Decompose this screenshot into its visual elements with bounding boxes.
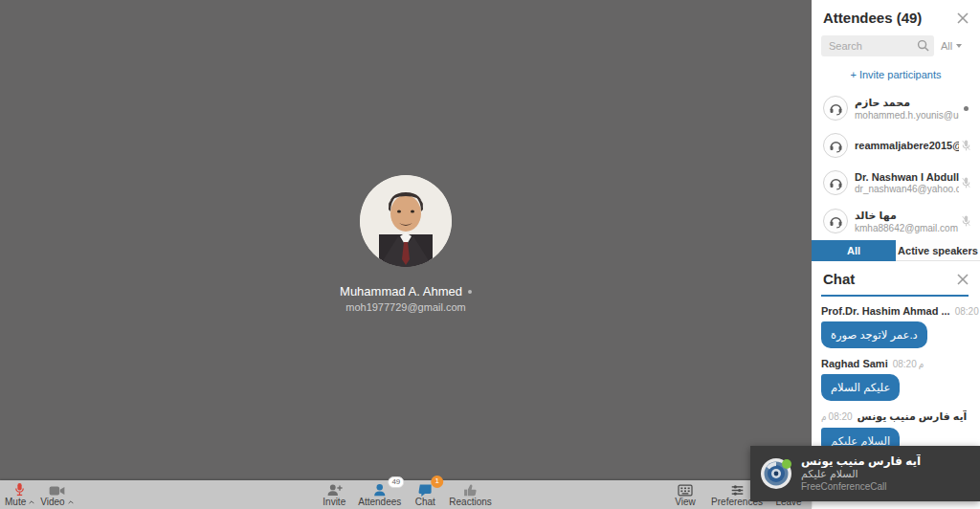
mic-muted-icon [961, 215, 971, 228]
toast-sender: آيه فارس منيب يونس [801, 454, 921, 468]
attendees-tabs: All Active speakers [812, 240, 980, 261]
participant-avatar [360, 175, 452, 267]
participant-email: moh1977729@gmail.com [345, 301, 466, 313]
view-button[interactable]: View [668, 482, 702, 509]
freeconferencecall-logo-icon [760, 457, 792, 490]
headset-avatar-icon [823, 209, 848, 233]
reactions-label: Reactions [449, 498, 491, 507]
grid-view-icon [678, 484, 693, 497]
tab-all[interactable]: All [812, 240, 896, 261]
chevron-up-icon[interactable] [29, 499, 34, 505]
message-time: 08:20م [955, 306, 980, 317]
participant-photo-illustration [360, 175, 452, 267]
toast-text: آيه فارس منيب يونس السلام عليكم FreeConf… [801, 454, 921, 493]
preferences-icon [730, 484, 745, 497]
toast-message: السلام عليكم [801, 468, 921, 480]
attendee-email: dr_nashwan46@yahoo.com [855, 184, 959, 194]
video-button[interactable]: Video [37, 480, 76, 509]
person-icon [372, 483, 387, 497]
chat-unread-badge: 1 [431, 476, 443, 488]
thumbs-up-icon [463, 483, 478, 497]
headset-avatar-icon [823, 96, 848, 121]
toast-app-name: FreeConferenceCall [801, 480, 921, 493]
close-attendees-icon[interactable] [957, 12, 969, 24]
notification-toast[interactable]: آيه فارس منيب يونس السلام عليكم FreeConf… [750, 446, 980, 501]
attendees-count-badge: 49 [388, 476, 404, 488]
presence-dot [468, 290, 472, 294]
attendee-row[interactable]: Dr. Nashwan I Abdulla... dr_nashwan46@ya… [812, 164, 980, 202]
participant-name: Muhammad A. Ahmed [340, 284, 462, 299]
invite-button[interactable]: Invite [317, 481, 351, 509]
message-bubble: د.عمر لاتوجد صورة [821, 321, 927, 348]
person-plus-icon [326, 483, 343, 497]
search-icon [917, 39, 929, 52]
attendees-filter-dropdown[interactable]: All [941, 40, 962, 52]
attendee-name: reammaljabere2015@... [855, 140, 959, 151]
chat-label: Chat [415, 498, 435, 507]
microphone-muted-icon [13, 482, 26, 497]
tab-active-speakers[interactable]: Active speakers [896, 240, 980, 261]
attendees-search-row: All [812, 30, 980, 60]
mic-muted-icon [961, 177, 971, 189]
chat-bubble-icon [418, 483, 433, 497]
mute-label: Mute [5, 498, 26, 507]
headset-avatar-icon [823, 170, 848, 195]
message-bubble: عليكم السلام [821, 374, 900, 401]
view-label: View [675, 498, 696, 507]
chat-divider [821, 295, 969, 297]
video-camera-icon [49, 485, 65, 497]
attendees-button[interactable]: 49 Attendees [355, 481, 404, 509]
control-toolbar: Mute Video [0, 480, 812, 509]
mute-button[interactable]: Mute [2, 480, 37, 509]
attendee-status [959, 215, 972, 228]
message-time: 08:20م [893, 359, 924, 369]
chevron-up-icon[interactable] [68, 499, 74, 505]
chat-header: Chat [812, 261, 980, 291]
caret-down-icon [956, 44, 962, 48]
chat-message: Raghad Sami 08:20م عليكم السلام [821, 355, 970, 408]
attendee-status [959, 177, 972, 189]
video-label: Video [40, 498, 64, 507]
chat-title: Chat [823, 271, 855, 287]
conference-app-window: Muhammad A. Ahmed moh1977729@gmail.com M… [0, 0, 980, 509]
attendees-title: Attendees (49) [823, 10, 922, 26]
active-participant: Muhammad A. Ahmed moh1977729@gmail.com [0, 175, 812, 313]
close-chat-icon[interactable] [957, 274, 969, 285]
chat-button[interactable]: 1 Chat [408, 481, 442, 509]
message-sender: Prof.Dr. Hashim Ahmad ... [821, 305, 950, 317]
mic-muted-icon [961, 140, 971, 152]
attendees-filter-label: All [941, 40, 952, 52]
attendee-row[interactable]: reammaljabere2015@... [812, 127, 980, 164]
message-time: 08:20م [821, 411, 853, 422]
video-stage: Muhammad A. Ahmed moh1977729@gmail.com M… [0, 0, 812, 509]
attendee-status [959, 106, 972, 111]
attendee-email: mohammed.h.younis@uom... [855, 110, 959, 121]
presence-dot [964, 106, 969, 111]
invite-participants-row: + Invite participants [812, 60, 980, 89]
reactions-button[interactable]: Reactions [446, 481, 494, 509]
attendees-list: محمد حازم mohammed.h.younis@uom... reamm… [812, 89, 980, 240]
attendee-row[interactable]: محمد حازم mohammed.h.younis@uom... [812, 89, 980, 127]
attendee-status [959, 140, 972, 152]
message-sender: آيه فارس منيب يونس [858, 410, 968, 423]
headset-avatar-icon [823, 133, 848, 158]
attendees-label: Attendees [358, 498, 401, 507]
attendee-name: محمد حازم [855, 97, 959, 109]
attendees-header: Attendees (49) [812, 0, 980, 30]
message-sender: Raghad Sami [821, 358, 888, 369]
attendee-email: kmha88642@gmail.com [855, 223, 959, 233]
invite-participants-link[interactable]: + Invite participants [850, 69, 941, 80]
chat-message: Prof.Dr. Hashim Ahmad ... 08:20م د.عمر ل… [821, 302, 970, 355]
attendee-name: مها خالد [855, 210, 959, 222]
chat-messages: Prof.Dr. Hashim Ahmad ... 08:20م د.عمر ل… [812, 302, 980, 461]
attendee-name: Dr. Nashwan I Abdulla... [855, 171, 959, 183]
side-panel: Attendees (49) All + Invite participants [812, 0, 980, 509]
invite-label: Invite [323, 498, 345, 507]
attendee-row[interactable]: مها خالد kmha88642@gmail.com [812, 202, 980, 240]
